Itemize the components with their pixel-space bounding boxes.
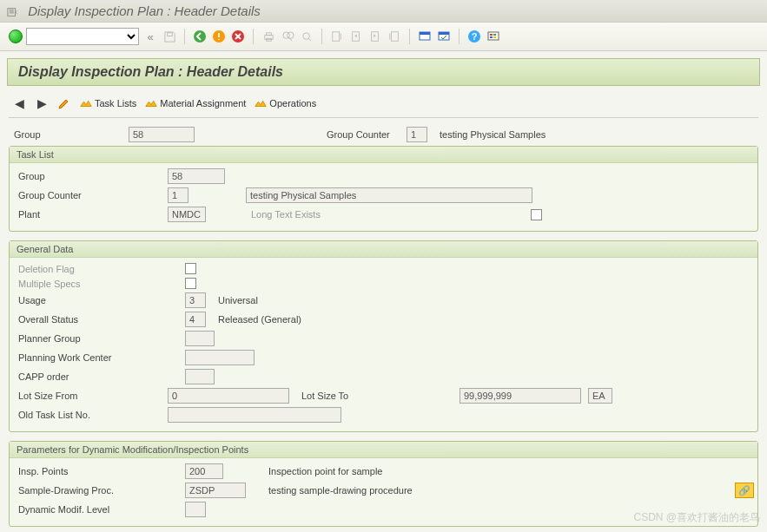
multiple-specs-label: Multiple Specs bbox=[13, 279, 178, 289]
layout-icon[interactable] bbox=[486, 29, 501, 44]
cancel-icon[interactable] bbox=[230, 29, 246, 44]
svg-rect-16 bbox=[420, 32, 430, 35]
usage-field[interactable] bbox=[185, 292, 206, 308]
capp-order-field[interactable] bbox=[185, 369, 215, 384]
planner-group-field[interactable] bbox=[185, 331, 215, 346]
sample-drawing-proc-label: Sample-Drawing Proc. bbox=[13, 485, 178, 496]
exit-icon[interactable] bbox=[211, 29, 227, 44]
deletion-flag-checkbox[interactable] bbox=[185, 263, 196, 274]
tl-group-label: Group bbox=[13, 171, 161, 181]
params-title: Parameters for Dynamic Modification/Insp… bbox=[10, 442, 757, 458]
back-double-icon[interactable]: « bbox=[142, 29, 158, 44]
old-task-list-no-label: Old Task List No. bbox=[13, 410, 161, 420]
content-area: Group Group Counter testing Physical Sam… bbox=[0, 122, 767, 532]
enter-icon[interactable] bbox=[9, 30, 23, 43]
tl-group-counter-label: Group Counter bbox=[13, 190, 161, 200]
app-toolbar: ◀ ▶ Task Lists Material Assignment Opera… bbox=[0, 93, 767, 114]
old-task-list-no-field[interactable] bbox=[168, 407, 341, 423]
find-icon bbox=[280, 29, 295, 44]
lot-size-unit-field[interactable] bbox=[588, 388, 612, 404]
group-counter-field[interactable] bbox=[407, 127, 427, 142]
planning-work-center-field[interactable] bbox=[185, 350, 255, 365]
overall-status-label: Overall Status bbox=[13, 314, 178, 325]
svg-rect-11 bbox=[333, 32, 340, 42]
back-icon[interactable] bbox=[192, 29, 208, 44]
multiple-specs-checkbox[interactable] bbox=[185, 278, 196, 289]
group-counter-label: Group Counter bbox=[321, 129, 400, 140]
svg-rect-6 bbox=[266, 32, 271, 35]
deletion-flag-label: Deletion Flag bbox=[13, 264, 178, 274]
menu-icon[interactable] bbox=[7, 6, 19, 18]
group-label: Group bbox=[9, 129, 122, 140]
general-data-group: General Data Deletion Flag Multiple Spec… bbox=[9, 240, 758, 432]
next-page-icon bbox=[367, 29, 383, 44]
material-assignment-label: Material Assignment bbox=[160, 98, 246, 108]
save-icon[interactable] bbox=[162, 29, 177, 44]
tl-long-text-label: Long Text Exists bbox=[246, 209, 524, 220]
svg-point-9 bbox=[287, 31, 294, 38]
watermark: CSDN @喜欢打酱油的老鸟 bbox=[633, 510, 760, 525]
svg-point-10 bbox=[302, 32, 309, 39]
svg-rect-23 bbox=[493, 34, 496, 36]
sample-drawing-proc-desc: testing sample-drawing procedure bbox=[263, 485, 728, 496]
link-icon[interactable]: 🔗 bbox=[735, 483, 754, 498]
overall-status-desc: Released (General) bbox=[213, 314, 301, 325]
task-lists-button[interactable]: Task Lists bbox=[80, 98, 136, 108]
planner-group-label: Planner Group bbox=[13, 333, 178, 344]
svg-point-2 bbox=[194, 30, 206, 43]
prev-page-icon bbox=[348, 29, 364, 44]
command-field[interactable] bbox=[26, 28, 139, 45]
find-next-icon bbox=[299, 29, 314, 44]
operations-button[interactable]: Operations bbox=[255, 98, 316, 108]
group-field[interactable] bbox=[129, 127, 195, 142]
shortcut-icon[interactable] bbox=[436, 29, 452, 44]
prev-button[interactable]: ◀ bbox=[12, 96, 26, 110]
tl-counter-desc-field[interactable] bbox=[246, 187, 532, 203]
capp-order-label: CAPP order bbox=[13, 371, 178, 382]
tl-long-text-checkbox[interactable] bbox=[531, 209, 542, 220]
general-data-title: General Data bbox=[10, 241, 757, 258]
sample-drawing-proc-field[interactable] bbox=[185, 483, 246, 498]
system-toolbar: « ? bbox=[0, 23, 767, 51]
operations-label: Operations bbox=[269, 98, 316, 108]
next-button[interactable]: ▶ bbox=[35, 96, 49, 110]
window-title: Display Inspection Plan : Header Details bbox=[28, 3, 261, 18]
new-session-icon[interactable] bbox=[417, 29, 433, 44]
first-page-icon bbox=[329, 29, 345, 44]
usage-label: Usage bbox=[13, 295, 178, 305]
header-row: Group Group Counter testing Physical Sam… bbox=[9, 127, 758, 142]
task-list-group: Task List Group Group Counter Plant Long… bbox=[9, 146, 758, 232]
header-desc: testing Physical Samples bbox=[434, 129, 545, 140]
svg-rect-22 bbox=[490, 34, 493, 36]
overall-status-field[interactable] bbox=[185, 312, 206, 327]
svg-rect-14 bbox=[392, 32, 399, 42]
tl-group-counter-field[interactable] bbox=[168, 187, 188, 203]
task-list-title: Task List bbox=[10, 147, 757, 163]
svg-rect-18 bbox=[439, 32, 449, 35]
dynamic-modif-level-label: Dynamic Modif. Level bbox=[13, 504, 178, 515]
lot-size-from-field[interactable] bbox=[168, 388, 289, 404]
last-page-icon bbox=[387, 29, 402, 44]
tl-plant-field[interactable] bbox=[168, 207, 206, 222]
edit-icon[interactable] bbox=[57, 96, 71, 110]
svg-text:?: ? bbox=[472, 31, 478, 42]
usage-desc: Universal bbox=[213, 295, 258, 305]
help-icon[interactable]: ? bbox=[466, 29, 482, 44]
svg-rect-25 bbox=[493, 36, 496, 38]
svg-rect-21 bbox=[488, 32, 499, 40]
page-title: Display Inspection Plan : Header Details bbox=[7, 58, 760, 86]
lot-size-to-label: Lot Size To bbox=[296, 391, 453, 401]
tl-group-field[interactable] bbox=[168, 168, 225, 184]
material-assignment-button[interactable]: Material Assignment bbox=[145, 98, 246, 108]
insp-points-field[interactable] bbox=[185, 463, 223, 479]
lot-size-from-label: Lot Size From bbox=[13, 391, 161, 401]
svg-rect-1 bbox=[167, 32, 172, 36]
insp-points-label: Insp. Points bbox=[13, 466, 178, 476]
lot-size-to-field[interactable] bbox=[460, 388, 581, 404]
task-lists-label: Task Lists bbox=[95, 98, 136, 108]
planning-work-center-label: Planning Work Center bbox=[13, 352, 178, 363]
tl-plant-label: Plant bbox=[13, 209, 161, 220]
window-titlebar: Display Inspection Plan : Header Details bbox=[0, 0, 767, 23]
svg-rect-24 bbox=[490, 36, 493, 38]
dynamic-modif-level-field[interactable] bbox=[185, 502, 206, 517]
